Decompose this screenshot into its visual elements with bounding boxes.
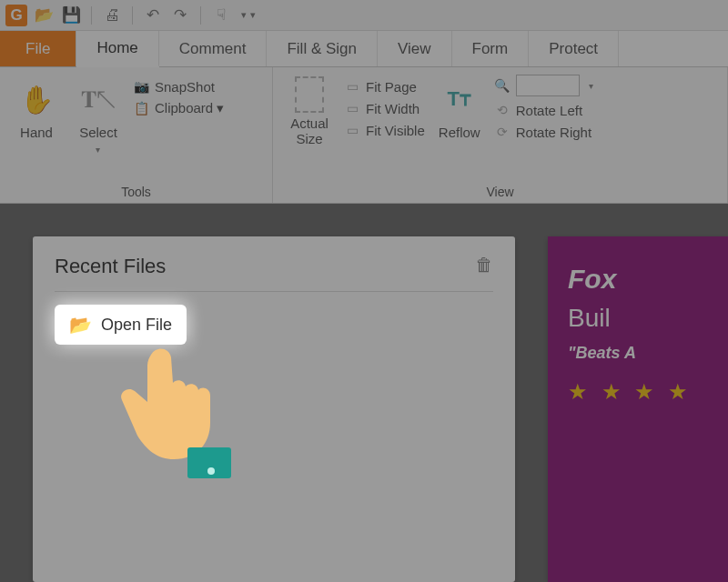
fit-visible-label: Fit Visible	[366, 123, 425, 138]
quick-access-toolbar: G 📂 💾 🖨 ↶ ↷ ☟ ▾ ▾	[0, 0, 728, 31]
divider	[55, 291, 493, 292]
qat-dropdown-icon[interactable]: ▾ ▾	[238, 5, 259, 26]
undo-icon[interactable]: ↶	[142, 5, 164, 26]
reflow-button[interactable]: Tᴛ Reflow	[432, 73, 487, 141]
zoom-input[interactable]	[516, 75, 580, 96]
zoom-icon: 🔍	[494, 77, 511, 94]
fit-width-button[interactable]: ▭Fit Width	[344, 100, 425, 116]
tab-protect[interactable]: Protect	[529, 31, 619, 66]
fit-page-button[interactable]: ▭Fit Page	[344, 78, 425, 95]
tab-file[interactable]: File	[0, 31, 76, 66]
print-icon[interactable]: 🖨	[101, 5, 123, 26]
ribbon: ✋ Hand 𝐓↖ Select▾ 📷SnapShot 📋Clipboard ▾…	[0, 67, 728, 204]
select-label: Select▾	[79, 125, 117, 156]
recent-files-title: Recent Files	[55, 255, 493, 278]
promo-title: Fox	[568, 264, 708, 295]
clipboard-icon: 📋	[133, 100, 149, 116]
clipboard-button[interactable]: 📋Clipboard ▾	[133, 100, 224, 116]
save-icon[interactable]: 💾	[60, 5, 82, 26]
rotate-left-icon: ⟲	[494, 102, 511, 118]
rotate-right-button[interactable]: ⟳Rotate Right	[494, 124, 593, 140]
fit-visible-button[interactable]: ▭Fit Visible	[344, 122, 425, 138]
promo-subtitle: Buil	[568, 304, 708, 333]
clipboard-label: Clipboard ▾	[155, 100, 224, 116]
snapshot-label: SnapShot	[155, 79, 215, 95]
rotate-right-label: Rotate Right	[516, 125, 592, 140]
ribbon-group-tools: ✋ Hand 𝐓↖ Select▾ 📷SnapShot 📋Clipboard ▾…	[0, 67, 273, 203]
fit-width-icon: ▭	[344, 100, 360, 116]
rotate-left-button[interactable]: ⟲Rotate Left	[494, 102, 593, 118]
page-icon	[295, 76, 324, 113]
snapshot-button[interactable]: 📷SnapShot	[133, 78, 224, 95]
recent-files-panel: 🗑 Recent Files 📂 Open File	[33, 236, 515, 582]
rotate-left-label: Rotate Left	[516, 103, 582, 118]
clear-recent-button[interactable]: 🗑	[475, 255, 493, 276]
fit-visible-icon: ▭	[344, 122, 360, 138]
promo-panel: Fox Buil "Beats A ★ ★ ★ ★	[548, 236, 728, 582]
zoom-dropdown[interactable]: 🔍▾	[494, 75, 593, 96]
group-label-tools: Tools	[9, 181, 263, 201]
hand-label: Hand	[20, 125, 53, 141]
app-logo-icon[interactable]: G	[5, 5, 27, 26]
separator	[132, 6, 133, 25]
fit-page-label: Fit Page	[366, 79, 417, 95]
redo-icon[interactable]: ↷	[169, 5, 191, 26]
reflow-label: Reflow	[439, 125, 480, 141]
open-icon[interactable]: 📂	[33, 5, 55, 26]
fit-page-icon: ▭	[344, 78, 360, 95]
open-file-button[interactable]: 📂 Open File	[55, 305, 187, 345]
separator	[91, 6, 92, 25]
promo-stars: ★ ★ ★ ★	[568, 379, 708, 405]
tab-form[interactable]: Form	[452, 31, 530, 66]
trash-icon: 🗑	[475, 255, 493, 275]
tab-view[interactable]: View	[378, 31, 452, 66]
hand-button[interactable]: ✋ Hand	[9, 73, 64, 141]
tab-home[interactable]: Home	[76, 31, 158, 67]
folder-open-icon: 📂	[69, 314, 92, 336]
hand-tool-icon[interactable]: ☟	[210, 5, 232, 26]
camera-icon: 📷	[133, 78, 149, 95]
promo-quote: "Beats A	[568, 344, 708, 363]
ribbon-tabs: File Home Comment Fill & Sign View Form …	[0, 31, 728, 67]
hand-icon: ✋	[20, 76, 54, 122]
select-button[interactable]: 𝐓↖ Select▾	[71, 73, 126, 156]
separator	[200, 6, 201, 25]
actual-size-button[interactable]: Actual Size	[282, 73, 337, 146]
actual-size-label: Actual Size	[290, 116, 329, 146]
rotate-right-icon: ⟳	[494, 124, 511, 140]
select-icon: 𝐓↖	[81, 76, 116, 122]
content-area: 🗑 Recent Files 📂 Open File Fox Buil "Bea…	[0, 204, 728, 582]
ribbon-group-view: Actual Size ▭Fit Page ▭Fit Width ▭Fit Vi…	[273, 67, 728, 203]
reflow-icon: Tᴛ	[448, 76, 471, 122]
fit-width-label: Fit Width	[366, 101, 420, 116]
open-file-label: Open File	[101, 316, 172, 335]
group-label-view: View	[282, 181, 718, 201]
tab-fill-sign[interactable]: Fill & Sign	[267, 31, 378, 66]
tab-comment[interactable]: Comment	[159, 31, 268, 66]
